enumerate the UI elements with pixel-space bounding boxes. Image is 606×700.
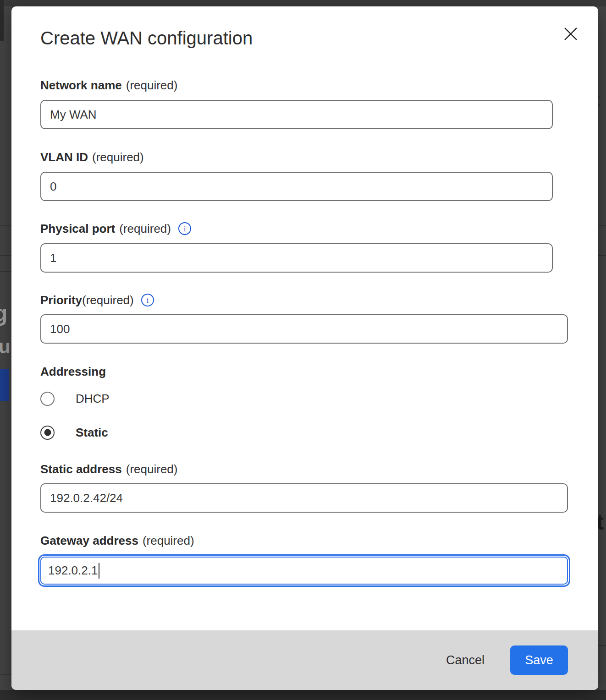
- static-option-label: Static: [76, 426, 108, 440]
- network-name-label: Network name (required): [40, 78, 569, 93]
- dialog-body: Create WAN configuration Network name (r…: [11, 6, 598, 630]
- network-name-required-hint: (required): [126, 78, 178, 93]
- backdrop-row-divider: [598, 645, 606, 646]
- backdrop-blue-button-fragment: [0, 369, 9, 401]
- gateway-address-required-hint: (required): [143, 533, 194, 548]
- save-button[interactable]: Save: [510, 645, 568, 675]
- backdrop-row-divider: [0, 271, 11, 272]
- dialog-title: Create WAN configuration: [40, 27, 569, 49]
- addressing-option-static[interactable]: Static: [40, 425, 569, 440]
- backdrop-row-divider: [598, 225, 606, 226]
- backdrop-text-fragment: u: [0, 336, 11, 358]
- gateway-address-label-text: Gateway address: [40, 533, 138, 548]
- close-x-glyph: [562, 25, 579, 43]
- physical-port-required-hint: (required): [119, 221, 171, 236]
- radio-button-selected-icon[interactable]: [40, 426, 55, 440]
- dialog-footer: Cancel Save: [11, 630, 598, 690]
- priority-label: Priority (required) i: [40, 293, 569, 307]
- physical-port-label-text: Physical port: [40, 221, 115, 236]
- text-cursor: [99, 563, 99, 579]
- info-icon[interactable]: i: [178, 222, 191, 235]
- dhcp-option-label: DHCP: [76, 392, 110, 406]
- priority-input[interactable]: [40, 314, 568, 344]
- close-icon[interactable]: [560, 23, 582, 45]
- backdrop-left-edge: [0, 0, 4, 41]
- backdrop-row-divider: [598, 255, 606, 256]
- addressing-heading: Addressing: [40, 365, 569, 379]
- backdrop-row-divider: [0, 674, 11, 675]
- network-name-label-text: Network name: [40, 78, 122, 93]
- gateway-address-value: 192.0.2.1: [48, 563, 98, 578]
- backdrop-top-band: [0, 0, 606, 6]
- backdrop-row-divider: [0, 225, 11, 226]
- physical-port-label: Physical port (required) i: [40, 221, 569, 236]
- static-address-input[interactable]: [40, 483, 568, 513]
- gateway-address-input[interactable]: 192.0.2.1: [40, 557, 568, 585]
- create-wan-configuration-dialog: Create WAN configuration Network name (r…: [11, 6, 598, 690]
- static-address-label: Static address (required): [40, 462, 569, 476]
- vlan-id-input[interactable]: [40, 172, 553, 201]
- backdrop-bottom-band: [0, 690, 606, 700]
- vlan-id-required-hint: (required): [92, 150, 144, 164]
- network-name-input[interactable]: [40, 100, 553, 129]
- static-address-required-hint: (required): [126, 462, 178, 476]
- backdrop-text-fragment: g: [0, 300, 8, 327]
- addressing-option-dhcp[interactable]: DHCP: [40, 391, 569, 406]
- info-icon[interactable]: i: [141, 294, 154, 306]
- gateway-address-input-focus-ring: 192.0.2.1: [38, 554, 570, 587]
- vlan-id-label-text: VLAN ID: [40, 150, 88, 164]
- vlan-id-label: VLAN ID (required): [40, 150, 569, 164]
- static-address-label-text: Static address: [40, 462, 122, 476]
- backdrop-row-divider: [0, 255, 11, 256]
- priority-required-hint: (required): [82, 293, 134, 307]
- priority-label-text: Priority: [40, 293, 82, 307]
- gateway-address-label: Gateway address (required): [40, 533, 569, 548]
- cancel-button[interactable]: Cancel: [443, 649, 487, 672]
- physical-port-input[interactable]: [40, 243, 553, 273]
- radio-button-icon[interactable]: [40, 392, 55, 406]
